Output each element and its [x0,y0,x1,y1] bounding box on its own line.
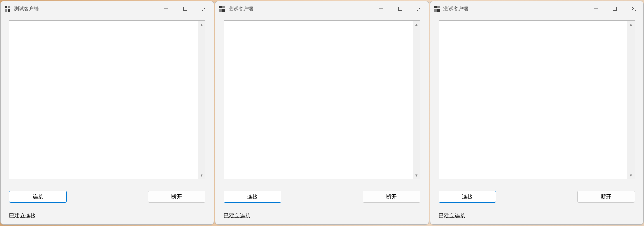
window-content: ▴ ▾ 连接 断开 已建立连接 [430,16,643,224]
app-icon [219,6,225,12]
svg-rect-1 [184,7,187,11]
close-button[interactable] [195,1,214,16]
scroll-down-icon[interactable]: ▾ [413,172,420,179]
disconnect-button[interactable]: 断开 [363,191,420,203]
log-textarea[interactable]: ▴ ▾ [9,20,205,179]
scroll-down-icon[interactable]: ▾ [627,172,635,179]
window-controls [586,1,643,16]
status-label: 已建立连接 [439,212,635,219]
scroll-up-icon[interactable]: ▴ [627,21,635,28]
button-row: 连接 断开 [224,191,420,203]
svg-rect-9 [613,7,616,11]
log-text [9,21,205,179]
titlebar[interactable]: 测试客户端 [430,1,643,16]
scroll-up-icon[interactable]: ▴ [413,21,420,28]
disconnect-button[interactable]: 断开 [148,191,205,203]
app-icon [434,6,440,12]
scrollbar[interactable]: ▴ ▾ [413,21,420,179]
scroll-down-icon[interactable]: ▾ [198,172,205,179]
log-textarea[interactable]: ▴ ▾ [224,20,420,179]
window-controls [372,1,429,16]
status-label: 已建立连接 [9,212,205,219]
titlebar[interactable]: 测试客户端 [1,1,214,16]
scrollbar[interactable]: ▴ ▾ [198,21,205,179]
connect-button[interactable]: 连接 [439,191,496,203]
window-title: 测试客户端 [14,5,157,12]
app-icon [5,6,11,12]
close-button[interactable] [410,1,429,16]
minimize-button[interactable] [157,1,176,16]
client-window: 测试客户端 ▴ ▾ 连接 断开 已建立连接 [0,1,214,225]
status-label: 已建立连接 [224,212,420,219]
minimize-button[interactable] [372,1,391,16]
close-button[interactable] [624,1,643,16]
client-window: 测试客户端 ▴ ▾ 连接 断开 已建立连接 [215,1,429,225]
log-textarea[interactable]: ▴ ▾ [439,20,635,179]
connect-button[interactable]: 连接 [224,191,281,203]
scroll-up-icon[interactable]: ▴ [198,21,205,28]
log-text [439,21,635,179]
window-controls [157,1,214,16]
scrollbar[interactable]: ▴ ▾ [627,21,635,179]
minimize-button[interactable] [586,1,605,16]
maximize-button[interactable] [605,1,624,16]
window-content: ▴ ▾ 连接 断开 已建立连接 [215,16,428,224]
window-content: ▴ ▾ 连接 断开 已建立连接 [1,16,214,224]
svg-rect-5 [398,7,402,11]
button-row: 连接 断开 [439,191,635,203]
connect-button[interactable]: 连接 [9,191,67,203]
maximize-button[interactable] [391,1,410,16]
window-title: 测试客户端 [229,5,371,12]
disconnect-button[interactable]: 断开 [577,191,635,203]
client-window: 测试客户端 ▴ ▾ 连接 断开 已建立连接 [430,1,644,225]
button-row: 连接 断开 [9,191,205,203]
window-title: 测试客户端 [443,5,586,12]
titlebar[interactable]: 测试客户端 [215,1,428,16]
maximize-button[interactable] [176,1,195,16]
log-text [224,21,420,179]
